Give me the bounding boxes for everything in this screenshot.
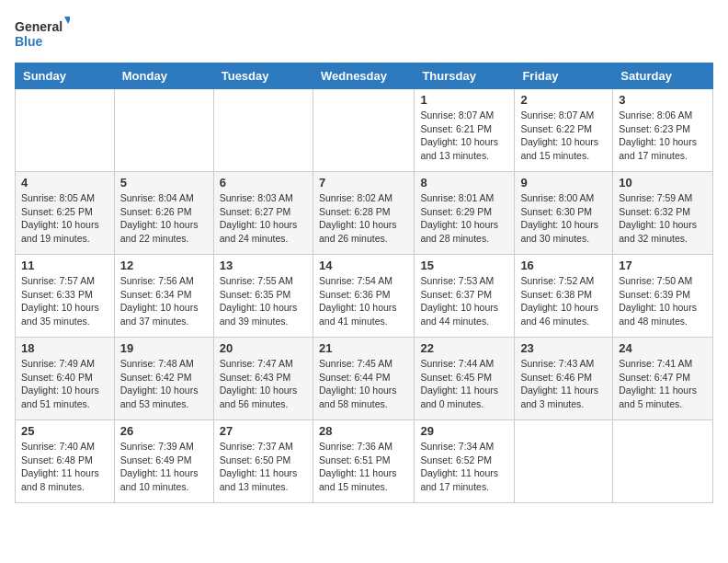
- calendar-cell: [515, 420, 613, 503]
- day-info: Sunrise: 7:54 AM Sunset: 6:36 PM Dayligh…: [319, 274, 408, 328]
- day-info: Sunrise: 7:36 AM Sunset: 6:51 PM Dayligh…: [319, 440, 408, 494]
- col-header-sunday: Sunday: [16, 63, 115, 89]
- calendar-cell: 10Sunrise: 7:59 AM Sunset: 6:32 PM Dayli…: [613, 172, 713, 255]
- col-header-monday: Monday: [114, 63, 213, 89]
- day-number: 1: [420, 93, 508, 107]
- calendar-cell: 23Sunrise: 7:43 AM Sunset: 6:46 PM Dayli…: [515, 338, 613, 420]
- calendar-cell: 29Sunrise: 7:34 AM Sunset: 6:52 PM Dayli…: [415, 420, 515, 503]
- calendar-cell: 18Sunrise: 7:49 AM Sunset: 6:40 PM Dayli…: [16, 338, 115, 420]
- calendar-cell: 5Sunrise: 8:04 AM Sunset: 6:26 PM Daylig…: [114, 172, 213, 255]
- day-number: 2: [520, 93, 607, 107]
- calendar-week-1: 4Sunrise: 8:05 AM Sunset: 6:25 PM Daylig…: [16, 172, 713, 255]
- day-info: Sunrise: 7:47 AM Sunset: 6:43 PM Dayligh…: [220, 357, 307, 411]
- calendar-cell: [613, 420, 713, 503]
- calendar-cell: 4Sunrise: 8:05 AM Sunset: 6:25 PM Daylig…: [16, 172, 115, 255]
- svg-text:Blue: Blue: [15, 34, 43, 49]
- calendar-week-2: 11Sunrise: 7:57 AM Sunset: 6:33 PM Dayli…: [16, 255, 713, 338]
- day-info: Sunrise: 8:07 AM Sunset: 6:22 PM Dayligh…: [520, 109, 607, 163]
- day-info: Sunrise: 7:41 AM Sunset: 6:47 PM Dayligh…: [619, 357, 707, 411]
- calendar-cell: [213, 89, 313, 172]
- calendar-week-0: 1Sunrise: 8:07 AM Sunset: 6:21 PM Daylig…: [16, 89, 713, 172]
- calendar-cell: 13Sunrise: 7:55 AM Sunset: 6:35 PM Dayli…: [213, 255, 313, 338]
- calendar-cell: 27Sunrise: 7:37 AM Sunset: 6:50 PM Dayli…: [213, 420, 313, 503]
- day-info: Sunrise: 7:40 AM Sunset: 6:48 PM Dayligh…: [21, 440, 108, 494]
- day-info: Sunrise: 7:52 AM Sunset: 6:38 PM Dayligh…: [520, 274, 607, 328]
- day-info: Sunrise: 7:39 AM Sunset: 6:49 PM Dayligh…: [120, 440, 208, 494]
- calendar-cell: [313, 89, 414, 172]
- calendar-cell: 9Sunrise: 8:00 AM Sunset: 6:30 PM Daylig…: [515, 172, 613, 255]
- day-info: Sunrise: 8:03 AM Sunset: 6:27 PM Dayligh…: [220, 191, 307, 246]
- col-header-friday: Friday: [515, 63, 613, 89]
- day-number: 7: [319, 176, 408, 190]
- day-info: Sunrise: 8:07 AM Sunset: 6:21 PM Dayligh…: [420, 109, 508, 163]
- day-info: Sunrise: 8:04 AM Sunset: 6:26 PM Dayligh…: [120, 191, 208, 246]
- calendar-cell: 14Sunrise: 7:54 AM Sunset: 6:36 PM Dayli…: [313, 255, 414, 338]
- day-number: 28: [319, 424, 408, 438]
- day-info: Sunrise: 7:49 AM Sunset: 6:40 PM Dayligh…: [21, 357, 108, 411]
- calendar-cell: 3Sunrise: 8:06 AM Sunset: 6:23 PM Daylig…: [613, 89, 713, 172]
- day-info: Sunrise: 7:55 AM Sunset: 6:35 PM Dayligh…: [220, 274, 307, 328]
- day-number: 8: [420, 176, 508, 190]
- calendar-cell: 21Sunrise: 7:45 AM Sunset: 6:44 PM Dayli…: [313, 338, 414, 420]
- day-info: Sunrise: 7:50 AM Sunset: 6:39 PM Dayligh…: [619, 274, 707, 328]
- day-number: 12: [120, 259, 208, 272]
- day-number: 27: [220, 424, 307, 438]
- day-info: Sunrise: 7:37 AM Sunset: 6:50 PM Dayligh…: [220, 440, 307, 494]
- day-info: Sunrise: 8:02 AM Sunset: 6:28 PM Dayligh…: [319, 191, 408, 246]
- day-number: 24: [619, 341, 707, 355]
- calendar-cell: 11Sunrise: 7:57 AM Sunset: 6:33 PM Dayli…: [16, 255, 115, 338]
- day-info: Sunrise: 8:00 AM Sunset: 6:30 PM Dayligh…: [520, 191, 607, 246]
- day-info: Sunrise: 7:53 AM Sunset: 6:37 PM Dayligh…: [420, 274, 508, 328]
- day-info: Sunrise: 7:56 AM Sunset: 6:34 PM Dayligh…: [120, 274, 208, 328]
- day-number: 21: [319, 341, 408, 355]
- calendar-cell: 8Sunrise: 8:01 AM Sunset: 6:29 PM Daylig…: [415, 172, 515, 255]
- calendar-cell: 25Sunrise: 7:40 AM Sunset: 6:48 PM Dayli…: [16, 420, 115, 503]
- calendar-week-3: 18Sunrise: 7:49 AM Sunset: 6:40 PM Dayli…: [16, 338, 713, 420]
- day-number: 16: [520, 259, 607, 272]
- logo-svg: General Blue: [15, 15, 70, 52]
- svg-text:General: General: [15, 19, 63, 34]
- day-number: 20: [220, 341, 307, 355]
- calendar-cell: 6Sunrise: 8:03 AM Sunset: 6:27 PM Daylig…: [213, 172, 313, 255]
- day-number: 17: [619, 259, 707, 272]
- calendar-cell: 22Sunrise: 7:44 AM Sunset: 6:45 PM Dayli…: [415, 338, 515, 420]
- day-number: 11: [21, 259, 108, 272]
- calendar-cell: 19Sunrise: 7:48 AM Sunset: 6:42 PM Dayli…: [114, 338, 213, 420]
- calendar-table: SundayMondayTuesdayWednesdayThursdayFrid…: [15, 63, 713, 503]
- day-number: 3: [619, 93, 707, 107]
- day-number: 29: [420, 424, 508, 438]
- page-header: General Blue: [15, 15, 713, 52]
- calendar-cell: 7Sunrise: 8:02 AM Sunset: 6:28 PM Daylig…: [313, 172, 414, 255]
- calendar-cell: 24Sunrise: 7:41 AM Sunset: 6:47 PM Dayli…: [613, 338, 713, 420]
- day-number: 18: [21, 341, 108, 355]
- calendar-cell: 17Sunrise: 7:50 AM Sunset: 6:39 PM Dayli…: [613, 255, 713, 338]
- day-number: 5: [120, 176, 208, 190]
- day-info: Sunrise: 7:59 AM Sunset: 6:32 PM Dayligh…: [619, 191, 707, 246]
- day-info: Sunrise: 7:34 AM Sunset: 6:52 PM Dayligh…: [420, 440, 508, 494]
- svg-marker-2: [64, 17, 70, 24]
- day-number: 23: [520, 341, 607, 355]
- col-header-tuesday: Tuesday: [213, 63, 313, 89]
- calendar-cell: 20Sunrise: 7:47 AM Sunset: 6:43 PM Dayli…: [213, 338, 313, 420]
- day-number: 13: [220, 259, 307, 272]
- day-info: Sunrise: 7:48 AM Sunset: 6:42 PM Dayligh…: [120, 357, 208, 411]
- calendar-cell: 12Sunrise: 7:56 AM Sunset: 6:34 PM Dayli…: [114, 255, 213, 338]
- day-number: 25: [21, 424, 108, 438]
- calendar-cell: 16Sunrise: 7:52 AM Sunset: 6:38 PM Dayli…: [515, 255, 613, 338]
- calendar-cell: 28Sunrise: 7:36 AM Sunset: 6:51 PM Dayli…: [313, 420, 414, 503]
- logo: General Blue: [15, 15, 70, 52]
- day-info: Sunrise: 7:45 AM Sunset: 6:44 PM Dayligh…: [319, 357, 408, 411]
- calendar-week-4: 25Sunrise: 7:40 AM Sunset: 6:48 PM Dayli…: [16, 420, 713, 503]
- calendar-cell: 15Sunrise: 7:53 AM Sunset: 6:37 PM Dayli…: [415, 255, 515, 338]
- col-header-saturday: Saturday: [613, 63, 713, 89]
- day-info: Sunrise: 7:44 AM Sunset: 6:45 PM Dayligh…: [420, 357, 508, 411]
- col-header-wednesday: Wednesday: [313, 63, 414, 89]
- day-number: 6: [220, 176, 307, 190]
- day-number: 26: [120, 424, 208, 438]
- day-info: Sunrise: 7:57 AM Sunset: 6:33 PM Dayligh…: [21, 274, 108, 328]
- day-number: 15: [420, 259, 508, 272]
- day-number: 9: [520, 176, 607, 190]
- day-number: 19: [120, 341, 208, 355]
- calendar-cell: [114, 89, 213, 172]
- day-number: 22: [420, 341, 508, 355]
